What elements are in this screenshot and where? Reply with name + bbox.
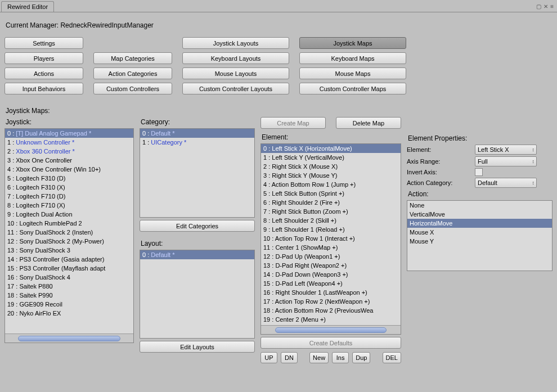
list-item[interactable]: 0 : [T] Dual Analog Gamepad * [5,129,133,138]
joystick-maps-button[interactable]: Joystick Maps [299,37,406,49]
list-item[interactable]: 14 : PS3 Controller (Gasia adapter) [5,255,133,264]
joystick-list[interactable]: 0 : [T] Dual Analog Gamepad *1 : Unknown… [5,128,134,343]
prop-element-select[interactable]: Left Stick X [475,145,537,155]
element-properties-column: Element Properties: Element: Left Stick … [407,117,552,363]
del-button[interactable]: DEL [383,352,401,363]
list-item[interactable]: 17 : Saitek P880 [5,282,133,291]
create-defaults-button[interactable]: Create Defaults [260,337,401,349]
list-item[interactable]: 6 : Right Shoulder 2 (Fire +) [261,198,401,207]
category-list[interactable]: 0 : Default *1 : UICategory * [140,128,255,218]
element-list-buttons: UP DN New Ins Dup DEL [260,352,401,363]
list-item[interactable]: 9 : Logitech Dual Action [5,210,133,219]
settings-button[interactable]: Settings [5,37,83,49]
keyboard-layouts-button[interactable]: Keyboard Layouts [182,52,289,64]
list-item[interactable]: 5 : Logitech F310 (D) [5,174,133,183]
list-item[interactable]: 6 : Logitech F310 (X) [5,183,133,192]
list-item[interactable]: 1 : UICategory * [140,138,254,147]
up-button[interactable]: UP [260,352,277,363]
list-item[interactable]: 13 : Sony DualShock 3 [5,246,133,255]
list-item[interactable]: 1 : Left Stick Y (VerticalMove) [261,153,401,162]
list-item[interactable]: 10 : Action Top Row 1 (Interact +) [261,234,401,243]
close-icon[interactable]: ✕ [543,3,548,10]
list-item[interactable]: 13 : D-Pad Right (Weapon2 +) [261,261,401,270]
joystick-column: Joystick: 0 : [T] Dual Analog Gamepad *1… [5,117,134,363]
joystick-layouts-button[interactable]: Joystick Layouts [182,37,289,49]
prop-element-label: Element: [407,146,471,153]
prop-invert-label: Invert Axis: [407,169,471,175]
list-item[interactable]: 7 : Logitech F710 (D) [5,192,133,201]
current-manager: Current Manager: RedneckRewiredInputMana… [6,21,552,29]
list-item[interactable]: 9 : Left Shoulder 1 (Reload +) [261,225,401,234]
mouse-layouts-button[interactable]: Mouse Layouts [182,67,289,79]
list-item[interactable]: 18 : Saitek P990 [5,291,133,300]
list-item[interactable]: 0 : Left Stick X (HorizontalMove) [261,144,401,153]
input-behaviors-button[interactable]: Input Behaviors [5,83,83,94]
new-button[interactable]: New [309,352,329,363]
element-list[interactable]: 0 : Left Stick X (HorizontalMove)1 : Lef… [260,143,401,335]
ins-button[interactable]: Ins [332,352,349,363]
list-item[interactable]: VerticalMove [407,210,552,219]
list-item[interactable]: 8 : Left Shoulder 2 (Skill +) [261,216,401,225]
create-map-button[interactable]: Create Map [260,117,326,129]
list-item[interactable]: 17 : Action Top Row 2 (NextWeapon +) [261,297,401,306]
list-item[interactable]: 20 : Nyko AirFlo EX [5,309,133,318]
menu-icon[interactable]: ≡ [550,3,554,10]
list-item[interactable]: 19 : GGE909 Recoil [5,300,133,309]
custom-controllers-button[interactable]: Custom Controllers [93,83,172,94]
keyboard-maps-button[interactable]: Keyboard Maps [299,52,406,64]
list-item[interactable]: 12 : Sony DualShock 2 (My-Power) [5,237,133,246]
list-item[interactable]: 11 : Sony DualShock 2 (Insten) [5,228,133,237]
dock-icon[interactable]: ▢ [536,3,541,10]
list-item[interactable]: 5 : Left Stick Button (Sprint +) [261,189,401,198]
window-controls: ▢ ✕ ≡ [536,3,556,10]
dup-button[interactable]: Dup [352,352,370,363]
list-item[interactable]: 3 : Xbox One Controller [5,156,133,165]
list-item[interactable]: 14 : D-Pad Down (Weapon3 +) [261,270,401,279]
list-item[interactable]: 4 : Action Bottom Row 1 (Jump +) [261,180,401,189]
list-item[interactable]: Mouse X [407,228,552,237]
prop-axisrange-label: Axis Range: [407,158,471,165]
list-item[interactable]: 15 : D-Pad Left (Weapon4 +) [261,279,401,288]
list-item[interactable]: 18 : Action Bottom Row 2 (PreviousWea [261,306,401,315]
list-item[interactable]: 8 : Logitech F710 (X) [5,201,133,210]
layout-list[interactable]: 0 : Default * [140,250,255,339]
dn-button[interactable]: DN [281,352,298,363]
list-item[interactable]: 11 : Center 1 (ShowMap +) [261,243,401,252]
custom-controller-layouts-button[interactable]: Custom Controller Layouts [182,83,289,94]
window-tab[interactable]: Rewired Editor [1,1,54,12]
prop-actioncat-select[interactable]: Default [475,178,537,188]
edit-layouts-button[interactable]: Edit Layouts [140,341,255,353]
list-item[interactable]: 0 : Default * [140,250,254,259]
list-item[interactable]: 3 : Right Stick Y (Mouse Y) [261,171,401,180]
list-item[interactable]: None [407,201,552,210]
hscrollbar[interactable] [261,325,401,334]
prop-axisrange-select[interactable]: Full [475,156,537,166]
list-item[interactable]: HorizontalMove [407,219,552,228]
players-button[interactable]: Players [5,52,83,64]
list-item[interactable]: 4 : Xbox One Controller (Win 10+) [5,165,133,174]
actions-button[interactable]: Actions [5,67,83,79]
list-item[interactable]: 16 : Right Shoulder 1 (LastWeapon +) [261,288,401,297]
list-item[interactable]: 2 : Right Stick X (Mouse X) [261,162,401,171]
list-item[interactable]: Mouse Y [407,237,552,246]
list-item[interactable]: 7 : Right Stick Button (Zoom +) [261,207,401,216]
custom-controller-maps-button[interactable]: Custom Controller Maps [299,83,406,94]
delete-map-button[interactable]: Delete Map [336,117,401,129]
prop-invert-checkbox[interactable] [475,168,483,176]
list-item[interactable]: 16 : Sony DualShock 4 [5,273,133,282]
category-label: Category: [141,118,255,126]
edit-categories-button[interactable]: Edit Categories [140,220,255,232]
list-item[interactable]: 1 : Unknown Controller * [5,138,133,147]
list-item[interactable]: 15 : PS3 Controller (Mayflash adapt [5,264,133,273]
list-item[interactable]: 0 : Default * [140,129,254,138]
map-categories-button[interactable]: Map Categories [93,52,172,64]
list-item[interactable]: 12 : D-Pad Up (Weapon1 +) [261,252,401,261]
hscrollbar[interactable] [5,334,133,343]
action-categories-button[interactable]: Action Categories [93,67,172,79]
list-item[interactable]: 10 : Logitech RumblePad 2 [5,219,133,228]
layout-label: Layout: [141,240,255,247]
mouse-maps-button[interactable]: Mouse Maps [299,67,406,79]
action-list[interactable]: NoneVerticalMoveHorizontalMoveMouse XMou… [407,200,552,271]
list-item[interactable]: 19 : Center 2 (Menu +) [261,315,401,324]
list-item[interactable]: 2 : Xbox 360 Controller * [5,147,133,156]
